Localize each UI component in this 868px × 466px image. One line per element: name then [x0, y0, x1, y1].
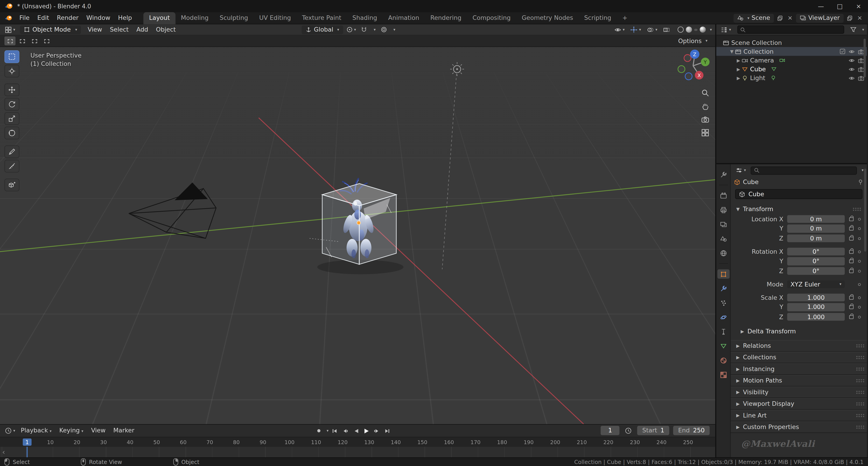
mode-dropdown[interactable]: Object Mode ▾	[20, 25, 81, 34]
tab-sculpting[interactable]: Sculpting	[214, 12, 254, 24]
tab-texture[interactable]	[717, 370, 730, 379]
lock-icon[interactable]	[849, 227, 854, 231]
tab-texture-paint[interactable]: Texture Paint	[297, 12, 347, 24]
shading-material-button[interactable]	[694, 28, 698, 31]
animate-dot[interactable]	[858, 270, 861, 272]
animate-dot[interactable]	[858, 315, 861, 318]
tab-constraints[interactable]	[717, 327, 730, 336]
tab-world[interactable]	[717, 248, 730, 258]
timeline-track[interactable]: ‹	[0, 447, 715, 458]
number-field[interactable]: 1.000	[787, 303, 845, 311]
collapse-icon[interactable]: ▶	[735, 67, 742, 71]
number-field[interactable]: 0 m	[787, 215, 845, 223]
number-field[interactable]: 0 m	[787, 234, 845, 242]
outliner-row-light[interactable]: ▶ Light	[716, 73, 867, 82]
section-custom-properties[interactable]: ▶Custom Properties	[731, 421, 867, 433]
object-name-field[interactable]: Cube	[735, 189, 863, 199]
gizmos-dropdown[interactable]: ▾	[629, 26, 643, 33]
section-instancing[interactable]: ▶Instancing	[731, 363, 867, 375]
menu-add[interactable]: Add	[132, 24, 152, 36]
hide-eye-icon[interactable]	[848, 75, 855, 81]
tab-object[interactable]	[717, 269, 730, 279]
options-dropdown[interactable]: Options▾	[675, 37, 711, 44]
render-visibility-icon[interactable]	[858, 57, 864, 63]
toggle-ortho-button[interactable]	[701, 129, 709, 136]
annotate-tool[interactable]	[4, 145, 20, 158]
object-visibility-dropdown[interactable]: ▾	[613, 26, 626, 33]
current-frame-line[interactable]	[27, 447, 28, 458]
menu-render[interactable]: Render	[53, 12, 83, 24]
zoom-button[interactable]	[701, 89, 709, 97]
tab-modifiers[interactable]	[717, 284, 730, 293]
tab-uv-editing[interactable]: UV Editing	[254, 12, 297, 24]
number-field[interactable]: 0°	[787, 248, 845, 256]
filter-icon[interactable]	[849, 27, 858, 33]
animate-dot[interactable]	[858, 227, 861, 230]
close-button[interactable]: ×	[849, 0, 868, 12]
collapse-icon[interactable]: ▶	[735, 58, 742, 63]
scale-tool[interactable]	[4, 112, 20, 125]
menu-view[interactable]: View	[84, 24, 106, 36]
prev-keyframe-button[interactable]	[341, 426, 349, 435]
menu-keying[interactable]: Keying▾	[55, 425, 87, 437]
properties-search-input[interactable]	[750, 166, 857, 174]
lock-icon[interactable]	[849, 315, 854, 319]
number-field[interactable]: 1.000	[787, 294, 845, 302]
menu-file[interactable]: File	[16, 12, 33, 24]
outliner-options-dropdown[interactable]: ▾	[862, 27, 864, 32]
lock-icon[interactable]	[849, 296, 854, 299]
animate-dot[interactable]	[858, 296, 861, 299]
next-keyframe-button[interactable]	[372, 426, 381, 435]
shading-rendered-button[interactable]	[700, 27, 706, 33]
render-visibility-icon[interactable]	[858, 48, 864, 55]
properties-options-dropdown[interactable]: ▾	[862, 168, 864, 172]
menu-marker[interactable]: Marker	[110, 425, 138, 437]
menu-playback[interactable]: Playback▾	[17, 425, 56, 437]
tab-object-data[interactable]	[717, 341, 730, 351]
play-button[interactable]	[362, 426, 371, 435]
new-scene-button[interactable]	[776, 13, 784, 22]
editor-type-outliner-icon[interactable]: ▾	[719, 26, 733, 33]
section-motion-paths[interactable]: ▶Motion Paths	[731, 375, 867, 387]
remove-viewlayer-button[interactable]: ×	[856, 13, 864, 22]
outliner-row-camera[interactable]: ▶ Camera	[716, 56, 867, 65]
pivot-point-dropdown[interactable]: ▾	[345, 27, 358, 33]
animate-dot[interactable]	[858, 218, 861, 220]
number-field[interactable]: 0°	[787, 267, 845, 275]
current-frame-indicator[interactable]: 1	[23, 438, 32, 446]
exclude-checkbox[interactable]	[840, 49, 845, 54]
blender-menu-icon[interactable]	[4, 15, 12, 21]
minimize-button[interactable]: —	[811, 0, 830, 12]
menu-select[interactable]: Select	[106, 24, 132, 36]
editor-type-timeline-icon[interactable]: ▾	[3, 427, 17, 434]
tab-particles[interactable]	[717, 298, 730, 307]
viewlayer-selector[interactable]: ViewLayer	[796, 13, 844, 22]
outliner-row-collection[interactable]: ▼ Collection	[716, 47, 867, 56]
end-frame-field[interactable]: End250	[673, 426, 710, 435]
tab-compositing[interactable]: Compositing	[467, 12, 516, 24]
menu-help[interactable]: Help	[114, 12, 136, 24]
play-reverse-button[interactable]	[351, 426, 360, 435]
editor-type-3d-viewport-icon[interactable]: ▾	[3, 26, 17, 33]
jump-to-start-button[interactable]	[330, 426, 339, 435]
section-collections[interactable]: ▶Collections	[731, 352, 867, 363]
cursor-tool[interactable]	[4, 65, 20, 77]
viewport-scene[interactable]	[0, 47, 715, 424]
rotate-tool[interactable]	[4, 98, 20, 110]
pan-button[interactable]	[701, 102, 709, 110]
timeline-ruler[interactable]: 1 10 20 30 40 50 60 70 80 90 100 110 120…	[0, 437, 715, 447]
orientation-dropdown[interactable]: Global ▾	[302, 25, 343, 34]
render-visibility-icon[interactable]	[858, 66, 864, 72]
section-relations[interactable]: ▶Relations	[731, 340, 867, 352]
proportional-edit-toggle[interactable]	[379, 27, 389, 33]
lock-icon[interactable]	[849, 236, 854, 240]
collapse-icon[interactable]: ▶	[735, 75, 742, 80]
auto-keying-button[interactable]	[314, 426, 323, 435]
animate-dot[interactable]	[858, 250, 861, 253]
snap-settings-dropdown[interactable]: ▾	[370, 27, 377, 32]
hide-eye-icon[interactable]	[848, 57, 855, 63]
shading-solid-button[interactable]	[686, 27, 692, 33]
tab-scripting[interactable]: Scripting	[579, 12, 617, 24]
navigation-gizmo[interactable]: Z Y X	[675, 47, 711, 82]
delta-transform-panel-header[interactable]: ▶ Delta Transform	[734, 326, 864, 337]
